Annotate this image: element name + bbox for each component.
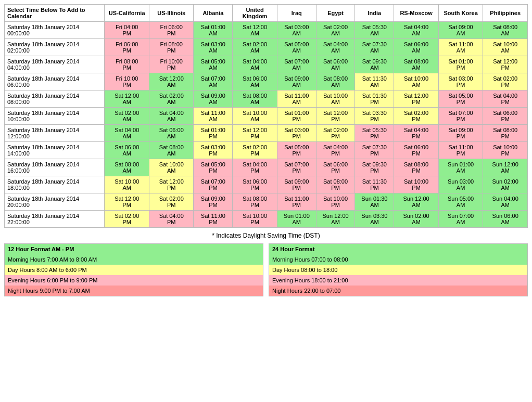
cell-r7-c6[interactable]: Sat 07:30PM	[355, 142, 394, 159]
cell-r8-c1[interactable]: Sat 10:00AM	[149, 159, 194, 176]
row-label-7[interactable]: Saturday 18th January 2014 14:00:00	[5, 142, 105, 159]
cell-r9-c8[interactable]: Sun 03:00AM	[438, 176, 483, 193]
cell-r6-c2[interactable]: Sat 01:00PM	[194, 125, 233, 142]
cell-r9-c3[interactable]: Sat 06:00PM	[233, 176, 277, 193]
cell-r10-c4[interactable]: Sat 11:00PM	[277, 193, 316, 211]
cell-r11-c7[interactable]: Sun 02:00AM	[394, 211, 439, 228]
cell-r4-c3[interactable]: Sat 08:00AM	[233, 90, 277, 108]
cell-r9-c6[interactable]: Sat 11:30PM	[355, 176, 394, 193]
cell-r7-c4[interactable]: Sat 05:00PM	[277, 142, 316, 159]
cell-r5-c8[interactable]: Sat 07:00PM	[438, 108, 483, 125]
cell-r9-c9[interactable]: Sun 02:00AM	[483, 176, 528, 193]
cell-r2-c0[interactable]: Fri 08:00PM	[105, 56, 149, 73]
cell-r11-c4[interactable]: Sun 01:00AM	[277, 211, 316, 228]
cell-r1-c2[interactable]: Sat 03:00AM	[194, 39, 233, 56]
cell-r2-c7[interactable]: Sat 08:00AM	[394, 56, 439, 73]
cell-r3-c1[interactable]: Sat 12:00AM	[149, 73, 194, 90]
cell-r11-c8[interactable]: Sun 07:00AM	[438, 211, 483, 228]
cell-r1-c7[interactable]: Sat 06:00AM	[394, 39, 439, 56]
cell-r8-c5[interactable]: Sat 06:00PM	[316, 159, 355, 176]
cell-r0-c1[interactable]: Fri 06:00PM	[149, 22, 194, 39]
cell-r1-c9[interactable]: Sat 10:00AM	[483, 39, 528, 56]
cell-r7-c3[interactable]: Sat 02:00PM	[233, 142, 277, 159]
row-label-10[interactable]: Saturday 18th January 2014 20:00:00	[5, 193, 105, 211]
cell-r1-c1[interactable]: Fri 08:00PM	[149, 39, 194, 56]
cell-r8-c3[interactable]: Sat 04:00PM	[233, 159, 277, 176]
cell-r8-c8[interactable]: Sun 01:00AM	[438, 159, 483, 176]
row-label-8[interactable]: Saturday 18th January 2014 16:00:00	[5, 159, 105, 176]
cell-r4-c4[interactable]: Sat 11:00AM	[277, 90, 316, 108]
row-label-4[interactable]: Saturday 18th January 2014 08:00:00	[5, 90, 105, 108]
cell-r3-c0[interactable]: Fri 10:00PM	[105, 73, 149, 90]
cell-r3-c5[interactable]: Sat 08:00AM	[316, 73, 355, 90]
cell-r4-c1[interactable]: Sat 02:00AM	[149, 90, 194, 108]
cell-r10-c0[interactable]: Sat 12:00PM	[105, 193, 149, 211]
cell-r1-c8[interactable]: Sat 11:00AM	[438, 39, 483, 56]
cell-r6-c5[interactable]: Sat 02:00PM	[316, 125, 355, 142]
cell-r6-c9[interactable]: Sat 08:00PM	[483, 125, 528, 142]
cell-r2-c5[interactable]: Sat 06:00AM	[316, 56, 355, 73]
row-label-1[interactable]: Saturday 18th January 2014 02:00:00	[5, 39, 105, 56]
cell-r5-c0[interactable]: Sat 02:00AM	[105, 108, 149, 125]
cell-r6-c0[interactable]: Sat 04:00AM	[105, 125, 149, 142]
row-label-9[interactable]: Saturday 18th January 2014 18:00:00	[5, 176, 105, 193]
cell-r10-c8[interactable]: Sun 05:00AM	[438, 193, 483, 211]
cell-r4-c2[interactable]: Sat 09:00AM	[194, 90, 233, 108]
cell-r9-c2[interactable]: Sat 07:00PM	[194, 176, 233, 193]
row-label-3[interactable]: Saturday 18th January 2014 06:00:00	[5, 73, 105, 90]
cell-r4-c0[interactable]: Sat 12:00AM	[105, 90, 149, 108]
cell-r10-c7[interactable]: Sun 12:00AM	[394, 193, 439, 211]
cell-r8-c2[interactable]: Sat 05:00PM	[194, 159, 233, 176]
cell-r3-c6[interactable]: Sat 11:30AM	[355, 73, 394, 90]
cell-r11-c3[interactable]: Sat 10:00PM	[233, 211, 277, 228]
cell-r6-c6[interactable]: Sat 05:30PM	[355, 125, 394, 142]
cell-r1-c0[interactable]: Fri 06:00PM	[105, 39, 149, 56]
cell-r4-c8[interactable]: Sat 05:00PM	[438, 90, 483, 108]
cell-r5-c6[interactable]: Sat 03:30PM	[355, 108, 394, 125]
cell-r10-c1[interactable]: Sat 02:00PM	[149, 193, 194, 211]
cell-r9-c0[interactable]: Sat 10:00AM	[105, 176, 149, 193]
cell-r5-c1[interactable]: Sat 04:00AM	[149, 108, 194, 125]
cell-r10-c6[interactable]: Sun 01:30AM	[355, 193, 394, 211]
cell-r11-c1[interactable]: Sat 04:00PM	[149, 211, 194, 228]
row-label-5[interactable]: Saturday 18th January 2014 10:00:00	[5, 108, 105, 125]
cell-r3-c4[interactable]: Sat 09:00AM	[277, 73, 316, 90]
cell-r10-c2[interactable]: Sat 09:00PM	[194, 193, 233, 211]
cell-r5-c5[interactable]: Sat 12:00PM	[316, 108, 355, 125]
cell-r8-c9[interactable]: Sun 12:00AM	[483, 159, 528, 176]
cell-r9-c1[interactable]: Sat 12:00PM	[149, 176, 194, 193]
cell-r7-c9[interactable]: Sat 10:00PM	[483, 142, 528, 159]
cell-r11-c5[interactable]: Sun 12:00AM	[316, 211, 355, 228]
cell-r7-c8[interactable]: Sat 11:00PM	[438, 142, 483, 159]
cell-r0-c9[interactable]: Sat 08:00AM	[483, 22, 528, 39]
cell-r0-c3[interactable]: Sat 12:00AM	[233, 22, 277, 39]
cell-r0-c0[interactable]: Fri 04:00PM	[105, 22, 149, 39]
cell-r2-c9[interactable]: Sat 12:00PM	[483, 56, 528, 73]
cell-r11-c6[interactable]: Sun 03:30AM	[355, 211, 394, 228]
cell-r7-c1[interactable]: Sat 08:00AM	[149, 142, 194, 159]
cell-r6-c7[interactable]: Sat 04:00PM	[394, 125, 439, 142]
cell-r4-c6[interactable]: Sat 01:30PM	[355, 90, 394, 108]
cell-r3-c9[interactable]: Sat 02:00PM	[483, 73, 528, 90]
cell-r1-c4[interactable]: Sat 05:00AM	[277, 39, 316, 56]
cell-r0-c4[interactable]: Sat 03:00AM	[277, 22, 316, 39]
cell-r2-c3[interactable]: Sat 04:00AM	[233, 56, 277, 73]
cell-r6-c4[interactable]: Sat 03:00PM	[277, 125, 316, 142]
cell-r4-c9[interactable]: Sat 04:00PM	[483, 90, 528, 108]
row-label-11[interactable]: Saturday 18th January 2014 22:00:00	[5, 211, 105, 228]
cell-r11-c9[interactable]: Sun 06:00AM	[483, 211, 528, 228]
cell-r9-c5[interactable]: Sat 08:00PM	[316, 176, 355, 193]
row-label-2[interactable]: Saturday 18th January 2014 04:00:00	[5, 56, 105, 73]
cell-r6-c3[interactable]: Sat 12:00PM	[233, 125, 277, 142]
cell-r8-c0[interactable]: Sat 08:00AM	[105, 159, 149, 176]
row-label-6[interactable]: Saturday 18th January 2014 12:00:00	[5, 125, 105, 142]
cell-r7-c2[interactable]: Sat 03:00PM	[194, 142, 233, 159]
cell-r7-c7[interactable]: Sat 06:00PM	[394, 142, 439, 159]
cell-r0-c5[interactable]: Sat 02:00AM	[316, 22, 355, 39]
cell-r6-c1[interactable]: Sat 06:00AM	[149, 125, 194, 142]
cell-r4-c7[interactable]: Sat 12:00PM	[394, 90, 439, 108]
cell-r6-c8[interactable]: Sat 09:00PM	[438, 125, 483, 142]
cell-r4-c5[interactable]: Sat 10:00AM	[316, 90, 355, 108]
cell-r5-c3[interactable]: Sat 10:00AM	[233, 108, 277, 125]
cell-r10-c5[interactable]: Sat 10:00PM	[316, 193, 355, 211]
